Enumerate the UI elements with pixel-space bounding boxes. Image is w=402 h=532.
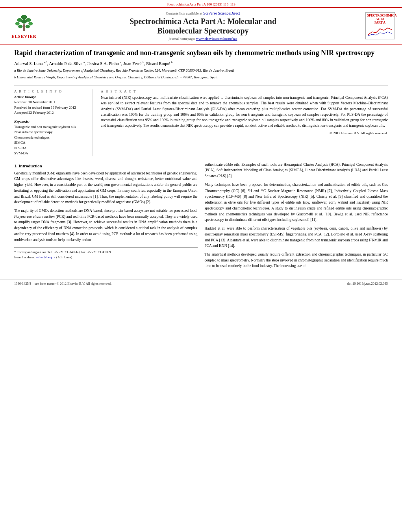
article-body: Rapid characterization of transgenic and… xyxy=(0,44,402,276)
elsevier-wordmark: ELSEVIER xyxy=(11,34,37,39)
sciverse-link[interactable]: SciVerse ScienceDirect xyxy=(203,11,240,15)
journal-logo-graphic xyxy=(368,25,392,37)
article-title: Rapid characterization of transgenic and… xyxy=(14,48,388,57)
keyword-2: Near infrared spectroscopy xyxy=(14,130,87,135)
main-right-column: authenticate edible oils. Examples of su… xyxy=(205,162,388,272)
right-para-3: Haddad et al. were able to perform chara… xyxy=(205,226,388,249)
homepage-label: journal homepage: xyxy=(169,37,195,41)
elsevier-logo-section: ELSEVIER xyxy=(6,11,42,41)
keyword-4: SIMCA xyxy=(14,140,87,146)
journal-homepage-line: journal homepage: www.elsevier.com/locat… xyxy=(48,37,358,41)
keyword-5: PLS-DA xyxy=(14,146,87,151)
keywords-label: Keywords: xyxy=(14,120,87,124)
accepted-date: Accepted 22 February 2012 xyxy=(14,110,87,116)
journal-title-section: Contents lists available at SciVerse Sci… xyxy=(48,11,358,41)
svg-point-4 xyxy=(15,22,20,25)
affiliation-a: a Rio de Janeiro State University, Depar… xyxy=(14,68,388,73)
right-para-1: authenticate edible oils. Examples of su… xyxy=(205,162,388,179)
svg-point-8 xyxy=(26,24,30,28)
footnote-corresponding: * Corresponding author. Tel.: +55 21 233… xyxy=(14,250,198,255)
abstract-column: A B S T R A C T Near infrared (NIR) spec… xyxy=(101,89,388,156)
bottom-bar: 1386-1425/$ – see front matter © 2012 El… xyxy=(0,280,402,287)
svg-point-1 xyxy=(21,15,27,19)
right-para-4: The analytical methods developed usually… xyxy=(205,252,388,269)
info-abstract-section: A R T I C L E I N F O Article history: R… xyxy=(14,89,388,156)
svg-point-7 xyxy=(18,24,22,28)
article-history-label: Article history: xyxy=(14,95,87,99)
journal-header: ELSEVIER Contents lists available at Sci… xyxy=(0,7,402,44)
journal-logo-box: SPECTROCHIMICA ACTA PART A xyxy=(365,12,395,39)
journal-title-line2: Biomolecular Spectroscopy xyxy=(157,26,248,35)
main-body-section: 1. Introduction Genetically modified (GM… xyxy=(14,162,388,272)
keyword-6: SVM-DA xyxy=(14,151,87,156)
logo-title-line3: PART A xyxy=(367,21,393,25)
svg-rect-9 xyxy=(23,24,25,31)
contents-available-line: Contents lists available at SciVerse Sci… xyxy=(48,11,358,15)
footnote-section: * Corresponding author. Tel.: +55 21 233… xyxy=(14,247,198,260)
main-left-column: 1. Introduction Genetically modified (GM… xyxy=(14,162,198,272)
article-info-column: A R T I C L E I N F O Article history: R… xyxy=(14,89,93,156)
footnote-email: E-mail address: ashna@uerj.br (A.S. Luna… xyxy=(14,255,198,260)
elsevier-tree-icon xyxy=(12,13,36,33)
section-title: Introduction xyxy=(19,163,42,168)
email-label: E-mail address: xyxy=(14,255,35,259)
email-author-name: (A.S. Luna). xyxy=(56,255,73,259)
article-info-label: A R T I C L E I N F O xyxy=(14,89,87,93)
journal-issue-ref: Spectrochimica Acta Part A 100 (2013) 11… xyxy=(167,2,235,6)
affiliation-b: b Universitat Rovira i Virgili, Departme… xyxy=(14,75,388,80)
svg-point-6 xyxy=(28,22,33,25)
intro-para-2: The majority of GMOs detection methods a… xyxy=(14,208,198,243)
keyword-1: Transgenic and non transgenic soybean oi… xyxy=(14,124,87,130)
journal-full-title: Spectrochimica Acta Part A: Molecular an… xyxy=(48,17,358,35)
keyword-3: Chemometric techniques xyxy=(14,135,87,141)
bottom-bar-left: 1386-1425/$ – see front matter © 2012 El… xyxy=(14,282,111,285)
journal-logo-section: SPECTROCHIMICA ACTA PART A xyxy=(364,11,396,41)
svg-point-5 xyxy=(21,19,27,23)
bottom-bar-right: doi:10.1016/j.saa.2012.02.085 xyxy=(347,282,388,285)
homepage-url[interactable]: www.elsevier.com/locate/saa xyxy=(196,37,237,41)
page: Spectrochimica Acta Part A 100 (2013) 11… xyxy=(0,0,402,532)
section-number: 1. xyxy=(14,163,17,168)
email-link[interactable]: ashna@uerj.br xyxy=(36,255,56,259)
intro-para-1: Genetically modified (GM) organisms have… xyxy=(14,171,198,205)
article-title-section: Rapid characterization of transgenic and… xyxy=(14,48,388,85)
right-para-2: Many techniques have been proposed for d… xyxy=(205,182,388,223)
introduction-heading: 1. Introduction xyxy=(14,163,198,168)
contents-text: Contents lists available at xyxy=(166,11,202,15)
authors-line: Aderval S. Luna a,*, Arnaldo P. da Silva… xyxy=(14,61,388,66)
elsevier-logo: ELSEVIER xyxy=(11,13,37,39)
copyright-line: © 2012 Elsevier B.V. All rights reserved… xyxy=(101,131,388,135)
received-date: Received 30 November 2011 xyxy=(14,100,87,105)
received-revised-date: Received in revised form 16 February 201… xyxy=(14,105,87,111)
journal-reference: Spectrochimica Acta Part A 100 (2013) 11… xyxy=(0,0,402,7)
journal-title-line1: Spectrochimica Acta Part A: Molecular an… xyxy=(130,17,276,26)
abstract-label: A B S T R A C T xyxy=(101,89,388,93)
abstract-text: Near infrared (NIR) spectroscopy and mul… xyxy=(101,95,388,129)
